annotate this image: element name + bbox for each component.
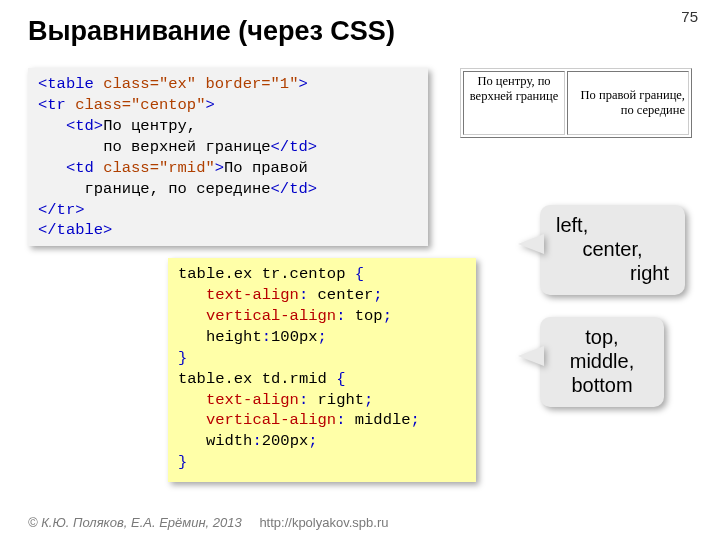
page-number: 75 [681,8,698,25]
html-code-sample: <table class="ex" border="1"> <tr class=… [28,68,428,246]
callout-tail-icon [518,234,544,254]
slide-title: Выравнивание (через CSS) [28,16,692,47]
callout-text-align: left, center, right [540,205,685,295]
footer: © К.Ю. Поляков, Е.А. Ерёмин, 2013 http:/… [28,515,388,530]
footer-url: http://kpolyakov.spb.ru [259,515,388,530]
callout-tail-icon [518,346,544,366]
callout-vertical-align: top, middle, bottom [540,317,664,407]
copyright: © К.Ю. Поляков, Е.А. Ерёмин, 2013 [28,515,242,530]
css-code-sample: table.ex tr.centop { text-align: center;… [168,258,476,482]
demo-cell-1: По центру, по верхней границе [463,71,565,135]
demo-cell-2: По правой границе, по середине [567,71,689,135]
demo-table: По центру, по верхней границе По правой … [460,68,692,138]
slide: 75 Выравнивание (через CSS) <table class… [0,0,720,540]
